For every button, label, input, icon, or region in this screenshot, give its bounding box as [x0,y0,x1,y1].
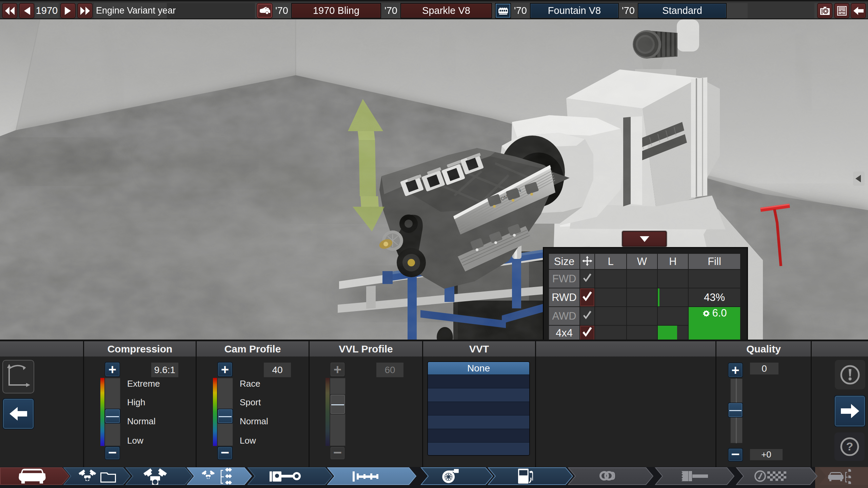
svg-text:?: ? [846,440,853,453]
